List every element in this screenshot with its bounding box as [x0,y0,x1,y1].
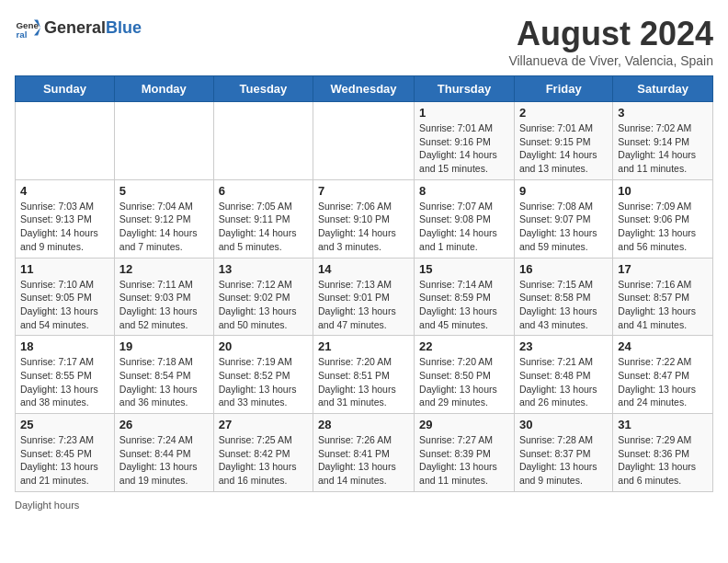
calendar-cell: 14Sunrise: 7:13 AM Sunset: 9:01 PM Dayli… [313,258,415,336]
day-number: 20 [219,339,308,353]
day-info: Sunrise: 7:09 AM Sunset: 9:06 PM Dayligh… [618,200,708,254]
calendar-cell: 5Sunrise: 7:04 AM Sunset: 9:12 PM Daylig… [114,179,213,258]
location-subtitle: Villanueva de Viver, Valencia, Spain [508,53,713,68]
day-info: Sunrise: 7:03 AM Sunset: 9:13 PM Dayligh… [20,200,109,254]
calendar-week-row: 4Sunrise: 7:03 AM Sunset: 9:13 PM Daylig… [16,179,713,258]
day-number: 10 [618,184,708,198]
calendar-week-row: 25Sunrise: 7:23 AM Sunset: 8:45 PM Dayli… [16,414,713,492]
calendar-footer: Daylight hours [15,500,713,511]
day-number: 25 [20,418,109,431]
day-of-week-header: Wednesday [313,76,415,102]
daylight-hours-label: Daylight hours [15,500,79,511]
day-info: Sunrise: 7:20 AM Sunset: 8:50 PM Dayligh… [419,355,509,409]
day-number: 6 [219,184,308,198]
day-number: 24 [618,339,708,353]
day-info: Sunrise: 7:19 AM Sunset: 8:52 PM Dayligh… [219,355,308,409]
day-info: Sunrise: 7:27 AM Sunset: 8:39 PM Dayligh… [419,433,509,488]
calendar-cell: 7Sunrise: 7:06 AM Sunset: 9:10 PM Daylig… [313,179,415,258]
calendar-week-row: 1Sunrise: 7:01 AM Sunset: 9:16 PM Daylig… [16,102,713,180]
calendar-cell: 10Sunrise: 7:09 AM Sunset: 9:06 PM Dayli… [613,179,713,258]
day-info: Sunrise: 7:28 AM Sunset: 8:37 PM Dayligh… [519,433,608,488]
calendar-cell: 9Sunrise: 7:08 AM Sunset: 9:07 PM Daylig… [514,179,612,258]
calendar-cell [213,102,313,180]
day-number: 21 [318,339,409,353]
calendar-body: 1Sunrise: 7:01 AM Sunset: 9:16 PM Daylig… [16,102,713,492]
calendar-cell: 21Sunrise: 7:20 AM Sunset: 8:51 PM Dayli… [313,336,415,414]
day-info: Sunrise: 7:11 AM Sunset: 9:03 PM Dayligh… [119,278,209,332]
day-info: Sunrise: 7:22 AM Sunset: 8:47 PM Dayligh… [618,355,708,409]
month-year-title: August 2024 [508,15,713,53]
day-number: 11 [20,262,109,276]
calendar-cell [16,102,115,180]
day-number: 31 [618,418,708,431]
day-info: Sunrise: 7:24 AM Sunset: 8:44 PM Dayligh… [119,433,209,488]
day-info: Sunrise: 7:15 AM Sunset: 8:58 PM Dayligh… [519,278,608,332]
day-info: Sunrise: 7:06 AM Sunset: 9:10 PM Dayligh… [318,200,409,254]
page-header: Gene ral GeneralBlue August 2024 Villanu… [15,15,713,68]
day-number: 15 [419,262,509,276]
calendar-cell: 13Sunrise: 7:12 AM Sunset: 9:02 PM Dayli… [213,258,313,336]
day-number: 27 [219,418,308,431]
calendar-cell: 25Sunrise: 7:23 AM Sunset: 8:45 PM Dayli… [16,414,115,492]
calendar-cell: 28Sunrise: 7:26 AM Sunset: 8:41 PM Dayli… [313,414,415,492]
day-info: Sunrise: 7:25 AM Sunset: 8:42 PM Dayligh… [219,433,308,488]
calendar-week-row: 18Sunrise: 7:17 AM Sunset: 8:55 PM Dayli… [16,336,713,414]
day-of-week-header: Sunday [16,76,115,102]
day-info: Sunrise: 7:12 AM Sunset: 9:02 PM Dayligh… [219,278,308,332]
calendar-cell: 12Sunrise: 7:11 AM Sunset: 9:03 PM Dayli… [114,258,213,336]
calendar-cell: 6Sunrise: 7:05 AM Sunset: 9:11 PM Daylig… [213,179,313,258]
day-info: Sunrise: 7:10 AM Sunset: 9:05 PM Dayligh… [20,278,109,332]
day-info: Sunrise: 7:01 AM Sunset: 9:15 PM Dayligh… [519,121,608,176]
day-of-week-header: Friday [514,76,612,102]
calendar-cell: 27Sunrise: 7:25 AM Sunset: 8:42 PM Dayli… [213,414,313,492]
calendar-header-row: SundayMondayTuesdayWednesdayThursdayFrid… [16,76,713,102]
logo: Gene ral GeneralBlue [15,15,142,40]
calendar-cell: 19Sunrise: 7:18 AM Sunset: 8:54 PM Dayli… [114,336,213,414]
calendar-cell: 2Sunrise: 7:01 AM Sunset: 9:15 PM Daylig… [514,102,612,180]
day-info: Sunrise: 7:02 AM Sunset: 9:14 PM Dayligh… [618,121,708,176]
day-info: Sunrise: 7:23 AM Sunset: 8:45 PM Dayligh… [20,433,109,488]
day-info: Sunrise: 7:01 AM Sunset: 9:16 PM Dayligh… [419,121,509,176]
calendar-cell: 31Sunrise: 7:29 AM Sunset: 8:36 PM Dayli… [613,414,713,492]
calendar-cell: 15Sunrise: 7:14 AM Sunset: 8:59 PM Dayli… [415,258,515,336]
day-of-week-header: Tuesday [213,76,313,102]
calendar-cell: 20Sunrise: 7:19 AM Sunset: 8:52 PM Dayli… [213,336,313,414]
calendar-week-row: 11Sunrise: 7:10 AM Sunset: 9:05 PM Dayli… [16,258,713,336]
day-number: 30 [519,418,608,431]
day-number: 29 [419,418,509,431]
day-number: 9 [519,184,608,198]
day-number: 8 [419,184,509,198]
day-info: Sunrise: 7:29 AM Sunset: 8:36 PM Dayligh… [618,433,708,488]
calendar-cell: 8Sunrise: 7:07 AM Sunset: 9:08 PM Daylig… [415,179,515,258]
day-of-week-header: Thursday [415,76,515,102]
calendar-table: SundayMondayTuesdayWednesdayThursdayFrid… [15,75,713,492]
day-number: 14 [318,262,409,276]
day-number: 26 [119,418,209,431]
calendar-cell: 23Sunrise: 7:21 AM Sunset: 8:48 PM Dayli… [514,336,612,414]
svg-text:ral: ral [16,29,27,40]
day-info: Sunrise: 7:07 AM Sunset: 9:08 PM Dayligh… [419,200,509,254]
calendar-cell [313,102,415,180]
day-info: Sunrise: 7:14 AM Sunset: 8:59 PM Dayligh… [419,278,509,332]
calendar-cell: 26Sunrise: 7:24 AM Sunset: 8:44 PM Dayli… [114,414,213,492]
day-info: Sunrise: 7:26 AM Sunset: 8:41 PM Dayligh… [318,433,409,488]
calendar-cell: 24Sunrise: 7:22 AM Sunset: 8:47 PM Dayli… [613,336,713,414]
calendar-cell: 17Sunrise: 7:16 AM Sunset: 8:57 PM Dayli… [613,258,713,336]
day-number: 5 [119,184,209,198]
calendar-cell: 11Sunrise: 7:10 AM Sunset: 9:05 PM Dayli… [16,258,115,336]
day-info: Sunrise: 7:18 AM Sunset: 8:54 PM Dayligh… [119,355,209,409]
calendar-cell: 30Sunrise: 7:28 AM Sunset: 8:37 PM Dayli… [514,414,612,492]
day-info: Sunrise: 7:04 AM Sunset: 9:12 PM Dayligh… [119,200,209,254]
day-number: 2 [519,106,608,120]
day-number: 23 [519,339,608,353]
day-of-week-header: Saturday [613,76,713,102]
day-of-week-header: Monday [114,76,213,102]
day-info: Sunrise: 7:20 AM Sunset: 8:51 PM Dayligh… [318,355,409,409]
logo-icon: Gene ral [15,15,40,40]
calendar-cell: 1Sunrise: 7:01 AM Sunset: 9:16 PM Daylig… [415,102,515,180]
day-number: 3 [618,106,708,120]
day-info: Sunrise: 7:08 AM Sunset: 9:07 PM Dayligh… [519,200,608,254]
day-info: Sunrise: 7:17 AM Sunset: 8:55 PM Dayligh… [20,355,109,409]
logo-text-general: General [44,18,106,37]
day-number: 7 [318,184,409,198]
